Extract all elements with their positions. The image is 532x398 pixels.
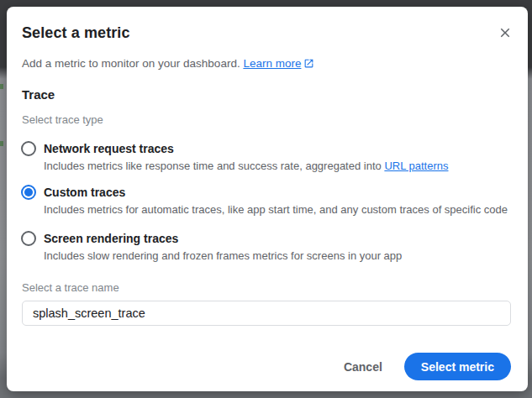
radio-option-network-request-traces[interactable]: Network request traces Includes metrics …: [21, 141, 448, 172]
radio-icon[interactable]: [21, 231, 36, 246]
trace-name-input[interactable]: [22, 301, 511, 326]
option-description-text: Includes metrics like response time and …: [44, 160, 384, 172]
select-metric-button[interactable]: Select metric: [404, 353, 511, 380]
background-artifact: [0, 84, 3, 89]
background-artifact: [0, 141, 3, 146]
trace-name-label: Select a trace name: [22, 281, 119, 294]
option-label: Network request traces: [44, 142, 174, 155]
radio-option-screen-rendering-traces[interactable]: Screen rendering traces Includes slow re…: [21, 231, 402, 262]
section-title-trace: Trace: [22, 87, 55, 102]
radio-icon[interactable]: [21, 185, 36, 200]
close-x-glyph: [498, 25, 513, 40]
dialog-title: Select a metric: [22, 24, 130, 42]
option-label: Screen rendering traces: [44, 232, 178, 245]
cancel-button[interactable]: Cancel: [344, 360, 382, 374]
close-icon[interactable]: [495, 23, 515, 43]
radio-icon[interactable]: [21, 141, 36, 156]
external-link-icon: [303, 58, 314, 69]
option-description: Includes slow rendering and frozen frame…: [44, 249, 402, 262]
option-label: Custom traces: [44, 186, 125, 199]
option-description: Includes metrics like response time and …: [44, 160, 448, 172]
dialog-description: Add a metric to monitor on your dashboar…: [22, 57, 314, 70]
radio-option-custom-traces[interactable]: Custom traces Includes metrics for autom…: [21, 185, 508, 216]
learn-more-link[interactable]: Learn more: [243, 57, 301, 70]
dialog-footer: Cancel Select metric: [344, 353, 511, 380]
select-metric-dialog: Select a metric Add a metric to monitor …: [7, 7, 528, 391]
option-description: Includes metrics for automatic traces, l…: [44, 203, 508, 216]
dialog-description-text: Add a metric to monitor on your dashboar…: [22, 57, 243, 70]
trace-type-label: Select trace type: [22, 113, 103, 126]
url-patterns-link[interactable]: URL patterns: [384, 160, 448, 172]
